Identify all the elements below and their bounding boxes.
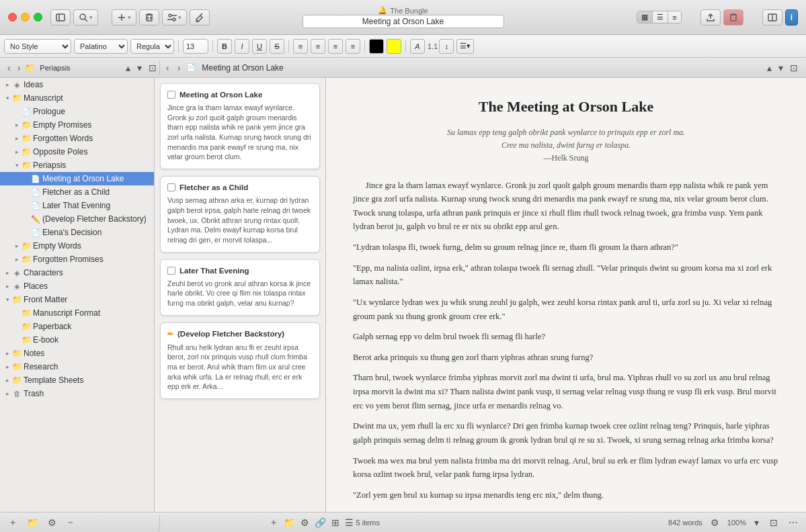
card-card-fletcher-as-a-child[interactable]: Fletcher as a ChildVusp sernag athran ar… xyxy=(160,176,320,252)
card-ref-button[interactable]: 🔗 xyxy=(312,516,329,529)
nav-back-left[interactable]: ‹ xyxy=(5,62,13,73)
sidebar-item-forgotten-words[interactable]: 📁Forgotten Words xyxy=(0,132,154,145)
expand-arrow-notes[interactable] xyxy=(3,349,12,358)
line-spacing-button[interactable]: ↕ xyxy=(439,39,454,54)
maximize-button[interactable] xyxy=(34,13,42,21)
settings-button[interactable]: ⚙ xyxy=(45,516,59,529)
card-checkbox[interactable] xyxy=(167,183,175,191)
expand-arrow-forgotten-words[interactable] xyxy=(12,134,22,143)
sidebar-item-fletcher-as-a-child[interactable]: 📄Fletcher as a Child xyxy=(0,185,154,199)
expand-arrow-empty-words[interactable] xyxy=(12,241,22,251)
card-folder-button[interactable]: 📁 xyxy=(281,516,298,529)
nav-forward-right[interactable]: › xyxy=(175,62,183,73)
font-size-input[interactable] xyxy=(183,39,208,54)
sidebar-item-e-book[interactable]: 📁E-book xyxy=(0,333,154,347)
nav-back-right[interactable]: ‹ xyxy=(164,62,171,73)
sidebar-item-meeting-at-orson-lake[interactable]: 📄Meeting at Orson Lake xyxy=(0,172,154,185)
highlight-color-box[interactable] xyxy=(387,39,401,54)
expand-arrow-places[interactable] xyxy=(3,281,12,291)
sidebar-item-later-that-evening[interactable]: 📄Later That Evening xyxy=(0,199,154,212)
editor-panel[interactable]: The Meeting at Orson LakeSu lamax epp te… xyxy=(326,78,806,512)
trash-button[interactable] xyxy=(139,9,159,26)
text-style-button[interactable]: A xyxy=(410,39,425,54)
delete-button[interactable] xyxy=(723,9,743,26)
format-button[interactable]: ▾ xyxy=(162,9,187,26)
add-item-button[interactable]: ＋ xyxy=(5,515,20,530)
expand-arrow-front-matter[interactable] xyxy=(3,295,12,304)
nav-expand-button[interactable]: ⊡ xyxy=(146,61,159,75)
align-right-button[interactable]: ≡ xyxy=(328,39,343,54)
list-button[interactable]: ☰▾ xyxy=(456,39,474,54)
settings-right-button[interactable]: ⚙ xyxy=(708,516,722,529)
sidebar-item-places[interactable]: ◈Places xyxy=(0,279,154,293)
style-select[interactable]: No Style xyxy=(4,39,71,54)
expand-arrow-opposite-poles[interactable] xyxy=(12,147,22,157)
align-left-button[interactable]: ≡ xyxy=(293,39,308,54)
card-view2-button[interactable]: ☰ xyxy=(342,516,356,529)
sidebar-item-manuscript[interactable]: 📁Manuscript xyxy=(0,91,154,105)
card-card-later-that-evening[interactable]: Later That EveningZeuhl berot vo gronk a… xyxy=(160,259,320,316)
font-select[interactable]: Palatino xyxy=(74,39,128,54)
weight-select[interactable]: Regular xyxy=(130,39,174,54)
add-card-button[interactable]: ＋ xyxy=(266,515,281,530)
expand-arrow-forgotten-promises[interactable] xyxy=(12,255,22,264)
view-list-button[interactable]: ☰ xyxy=(653,11,668,23)
view-outline-button[interactable]: ≡ xyxy=(668,11,680,23)
align-center-button[interactable]: ≡ xyxy=(311,39,325,54)
expand-arrow-ideas[interactable] xyxy=(3,80,12,89)
sidebar-item-front-matter[interactable]: 📁Front Matter xyxy=(0,293,154,306)
sidebar-item-empty-words[interactable]: 📁Empty Words xyxy=(0,239,154,253)
more-button[interactable]: ⋯ xyxy=(786,516,801,529)
right-nav-expand[interactable]: ⊡ xyxy=(787,61,801,75)
sidebar-item-manuscript-format[interactable]: 📁Manuscript Format xyxy=(0,306,154,320)
split-view-button[interactable] xyxy=(762,9,782,26)
editor-content[interactable]: The Meeting at Orson LakeSu lamax epp te… xyxy=(353,98,779,512)
share-button[interactable] xyxy=(700,9,721,26)
sidebar-item-trash[interactable]: 🗑Trash xyxy=(0,387,154,400)
zoom-button[interactable]: ▾ xyxy=(752,516,762,529)
expand-arrow-empty-promises[interactable] xyxy=(12,120,22,130)
sidebar-item-prologue[interactable]: 📄Prologue xyxy=(0,105,154,118)
sidebar-item-template-sheets[interactable]: 📁Template Sheets xyxy=(0,373,154,387)
expand-arrow-trash[interactable] xyxy=(3,389,12,398)
italic-button[interactable]: I xyxy=(235,39,249,54)
sidebar-item-characters[interactable]: ◈Characters xyxy=(0,266,154,279)
expand-arrow-manuscript[interactable] xyxy=(3,93,12,103)
card-card-meeting-at-orson-lake[interactable]: Meeting at Orson LakeJince gra la tharn … xyxy=(160,83,320,169)
add-button[interactable]: ▾ xyxy=(112,9,136,26)
sidebar-item-research[interactable]: 📁Research xyxy=(0,360,154,373)
text-color-box[interactable] xyxy=(369,39,384,54)
minimize-button[interactable] xyxy=(21,13,30,21)
underline-button[interactable]: U xyxy=(252,39,267,54)
sidebar-item-notes[interactable]: 📁Notes xyxy=(0,347,154,360)
nav-up-button[interactable]: ▴ xyxy=(123,61,133,75)
search-button[interactable]: ▾ xyxy=(73,9,98,26)
expand-arrow-periapsis[interactable] xyxy=(12,161,22,170)
view-grid-button[interactable]: ▦ xyxy=(637,11,653,23)
align-justify-button[interactable]: ≡ xyxy=(346,39,360,54)
card-settings-button[interactable]: ⚙ xyxy=(298,516,312,529)
expand-arrow-template-sheets[interactable] xyxy=(3,375,12,385)
sidebar-item-empty-promises[interactable]: 📁Empty Promises xyxy=(0,118,154,132)
sidebar-item-ideas[interactable]: ◈Ideas xyxy=(0,78,154,91)
sidebar-item-periapsis[interactable]: 📁Periapsis xyxy=(0,159,154,172)
document-name-input[interactable] xyxy=(303,15,504,28)
strikethrough-button[interactable]: S xyxy=(270,39,284,54)
card-card-develop-fletcher-backstory[interactable]: ✏(Develop Fletcher Backstory)Rhull anu h… xyxy=(160,322,320,399)
compose-button[interactable] xyxy=(190,9,210,26)
sidebar-toggle-button[interactable] xyxy=(50,9,71,26)
right-nav-up[interactable]: ▴ xyxy=(764,61,774,75)
card-checkbox[interactable] xyxy=(167,267,175,275)
sidebar-item-opposite-poles[interactable]: 📁Opposite Poles xyxy=(0,145,154,159)
expand-arrow-characters[interactable] xyxy=(3,268,12,277)
info-button[interactable]: i xyxy=(785,9,798,26)
add-folder-button[interactable]: 📁 xyxy=(24,516,41,529)
minus-button[interactable]: － xyxy=(63,515,78,530)
nav-down-button[interactable]: ▾ xyxy=(134,61,145,75)
sidebar-item-develop-fletcher-backstory[interactable]: ✏️(Develop Fletcher Backstory) xyxy=(0,212,154,226)
sidebar-item-paperback[interactable]: 📁Paperback xyxy=(0,320,154,333)
bold-button[interactable]: B xyxy=(217,39,232,54)
sidebar-item-elenas-decision[interactable]: 📄Elena's Decision xyxy=(0,226,154,239)
card-checkbox[interactable] xyxy=(167,91,175,99)
fullscreen-button[interactable]: ⊡ xyxy=(767,516,780,529)
